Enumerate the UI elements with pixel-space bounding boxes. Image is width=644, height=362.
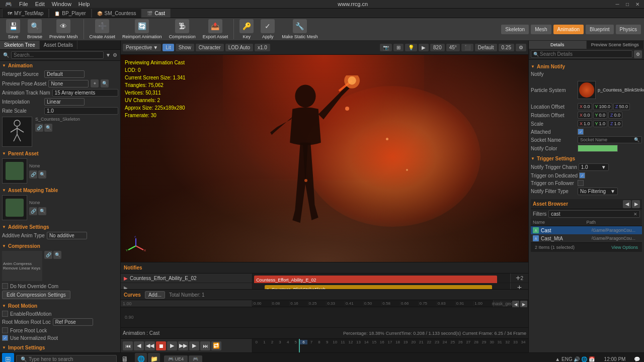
interpolation-dropdown[interactable]: Linear [44, 98, 85, 106]
viewport-cam-btn[interactable]: 📷 [380, 44, 392, 51]
stop-btn[interactable]: ⏹ [156, 341, 166, 350]
rate-scale-value[interactable]: 1.0 [44, 107, 118, 115]
animation-section-title[interactable]: Animation [2, 63, 118, 68]
taskbar-ue4-btn[interactable]: 🎮 UE4 [164, 355, 188, 362]
apply-button[interactable]: ✓ Apply [258, 18, 278, 40]
taskbar-ue4-editor-btn[interactable]: 🎮 [189, 355, 202, 362]
mode-animation[interactable]: Animation [553, 25, 584, 34]
menu-window[interactable]: Window [49, 1, 74, 7]
notification-icon[interactable]: 💬 [632, 356, 642, 362]
location-y-field[interactable]: Y 100.0 [593, 103, 613, 110]
skeleton-search-input[interactable] [11, 51, 104, 59]
prev-frame-btn[interactable]: ◀ [134, 341, 144, 350]
ruler-controls-2[interactable]: ▶ [520, 301, 527, 308]
jump-start-btn[interactable]: ⏮ [123, 341, 133, 350]
notify-color-swatch[interactable] [578, 145, 618, 152]
preview-mesh-button[interactable]: 👁 Preview Mesh [46, 18, 81, 40]
force-root-lock-checkbox[interactable] [2, 327, 8, 333]
mapping-search-btn[interactable]: 🔍 [38, 207, 46, 215]
retarget-source-dropdown[interactable]: Default [44, 70, 85, 78]
start-button[interactable]: ⊞ [2, 353, 14, 362]
location-x-field[interactable]: X 0.0 [578, 103, 592, 110]
socket-search-icon[interactable]: 🔍 [634, 137, 639, 142]
tab-cast[interactable]: 🎬 Cast [141, 9, 171, 18]
asset-search-clear-icon[interactable]: ✕ [633, 212, 637, 217]
loop-btn[interactable]: 🔁 [211, 341, 221, 350]
frame-numbers-bar[interactable]: 0 1 2 3 4 5 6 7 8 9 10 1 [252, 339, 528, 352]
taskbar-view-btn[interactable]: 🖥 [119, 353, 131, 362]
attached-checkbox[interactable]: ✓ [578, 129, 584, 135]
ruler-controls-1[interactable]: ◀ [512, 301, 519, 308]
details-search-input[interactable] [540, 51, 630, 57]
rotation-x-field[interactable]: X 0.0 [578, 112, 592, 119]
scale-x-field[interactable]: X 1.0 [578, 120, 592, 127]
trigger-follower-checkbox[interactable] [578, 180, 584, 186]
tab-smcountess[interactable]: 📦 SM_Countess [92, 9, 142, 18]
edit-compression-button[interactable]: Edit Compression Settings [2, 291, 70, 299]
close-btn[interactable]: ✕ [633, 0, 642, 8]
search-bar-taskbar[interactable]: 🔍 Type here to search [16, 355, 117, 363]
tab-preview-scene[interactable]: Preview Scene Settings [587, 41, 645, 49]
parent-link-btn[interactable]: 🔗 [29, 170, 37, 178]
location-z-field[interactable]: Z 50.0 [613, 103, 630, 110]
root-motion-title[interactable]: Root Motion [2, 303, 118, 309]
viewport-channel-btn[interactable]: Character [196, 44, 224, 51]
viewport-exposure-btn[interactable]: Default [475, 44, 497, 51]
viewport-render-btn[interactable]: ⬛ [461, 44, 473, 51]
mode-skeleton[interactable]: Skeleton [501, 25, 529, 34]
asset-search-input[interactable] [551, 211, 632, 217]
compression-button[interactable]: 🗜 Compression [166, 18, 199, 40]
viewport-speed-btn[interactable]: x1.0 [255, 44, 270, 51]
asset-back-btn[interactable]: ◀ [623, 200, 631, 208]
viewport-lod-btn[interactable]: LOD Auto [225, 44, 253, 51]
enable-root-motion-checkbox[interactable] [2, 311, 8, 317]
key-button[interactable]: 🔑 Key [236, 18, 257, 40]
notify-track-area-1[interactable]: Countess_Effort_Ability_E_02 [252, 274, 510, 283]
rotation-z-field[interactable]: Z 0.0 [608, 112, 622, 119]
save-button[interactable]: 💾 Save [3, 18, 23, 40]
taskbar-edge-icon[interactable]: 🌐 [135, 353, 147, 362]
mode-mesh[interactable]: Mesh [531, 25, 551, 34]
rotation-y-field[interactable]: Y 0.0 [593, 112, 608, 119]
jump-end-btn[interactable]: ⏭ [200, 341, 210, 350]
menu-edit[interactable]: Edit [32, 1, 48, 7]
preview-pose-dropdown[interactable]: None [48, 80, 89, 87]
trigger-settings-title[interactable]: Trigger Settings [531, 156, 642, 161]
browse-button[interactable]: 🔍 Browse [24, 18, 45, 40]
notify-channel-field[interactable]: 1.0 ▼ [579, 163, 609, 171]
asset-row-cast[interactable]: A Cast /Game/ParagonCou... [531, 226, 642, 234]
compression-section-title[interactable]: Compression [2, 243, 118, 249]
viewport-grid-btn[interactable]: ⊞ [393, 44, 404, 51]
scale-z-field[interactable]: Z 1.0 [608, 120, 622, 127]
import-settings-title[interactable]: Import Settings [2, 345, 118, 350]
parent-asset-title[interactable]: Parent Asset [2, 151, 118, 156]
viewport-fov-btn[interactable]: 0.25 [499, 44, 514, 51]
asset-forward-btn[interactable]: ▶ [632, 200, 640, 208]
preview-pose-browse-btn[interactable]: 🔍 [101, 79, 109, 87]
add-curve-button[interactable]: Add... [145, 291, 165, 299]
minimize-btn[interactable]: ─ [613, 0, 622, 8]
viewport-type-dropdown[interactable]: Perspective ▼ [123, 44, 161, 51]
scale-y-field[interactable]: Y 1.0 [593, 120, 608, 127]
notify-filter-type-dropdown[interactable]: No Filtering ▼ [578, 188, 618, 195]
notify-add-icon-1[interactable]: + [516, 274, 520, 283]
use-normalized-root-checkbox[interactable]: ✓ [2, 335, 8, 341]
play-back-btn[interactable]: ◀◀ [145, 341, 155, 350]
make-static-button[interactable]: 🔧 Make Static Mesh [279, 18, 321, 40]
tab-details[interactable]: Details [529, 41, 587, 49]
maximize-btn[interactable]: □ [623, 0, 632, 8]
next-frame-btn[interactable]: ▶ [189, 341, 199, 350]
compression-search-btn[interactable]: 🔍 [53, 251, 61, 259]
preview-pose-add-btn[interactable]: + [91, 79, 99, 87]
do-not-override-checkbox[interactable] [2, 283, 8, 289]
skeleton-search-btn[interactable]: 🔍 [44, 124, 52, 132]
reimport-button[interactable]: 🔄 Reimport Animation [119, 18, 165, 40]
tab-bpplayer[interactable]: 📋 BP_Player [49, 9, 91, 18]
viewport-light-btn[interactable]: 💡 [405, 44, 417, 51]
additive-anim-type-dropdown[interactable]: No additive [47, 232, 87, 239]
trigger-dedicated-checkbox[interactable]: ✓ [579, 172, 585, 178]
play-fwd-btn[interactable]: ▶ [167, 341, 177, 350]
viewport-lit-btn[interactable]: Lit [163, 44, 174, 51]
mode-blueprint[interactable]: Blueprint [586, 25, 613, 34]
asset-row-cast-mta[interactable]: A Cast_MtA /Game/ParagonCou... [531, 234, 642, 242]
